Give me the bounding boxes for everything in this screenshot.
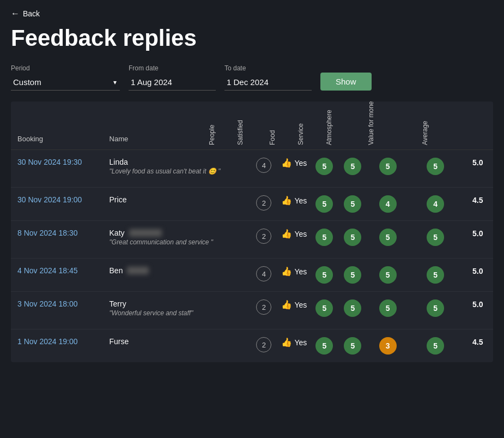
thumbs-up-icon: 👍 [281,229,292,239]
cell-satisfied: 👍Yes [278,329,310,363]
cell-booking: 30 Nov 2024 19:00 [11,188,103,221]
cell-name: Linda"Lovely food as usual can't beat it… [103,150,250,188]
satisfied-label: Yes [294,338,307,347]
score-badge: 5 [344,158,361,175]
score-badge: 4 [427,195,444,213]
people-badge: 2 [256,229,271,244]
cell-atmosphere: 5 [367,221,409,259]
page-title: Feedback replies [11,25,493,51]
cell-average: 5.0 [463,221,493,259]
filters-row: Period Custom Today This week This month… [11,64,493,91]
cell-service: 5 [338,188,367,221]
cell-people: 2 [250,292,278,329]
satisfied-yes: 👍Yes [281,158,307,168]
cell-value-for-money: 4 [409,188,463,221]
name-blur [127,267,149,274]
cell-atmosphere: 5 [367,292,409,329]
score-badge: 5 [315,195,333,213]
satisfied-yes: 👍Yes [281,299,307,310]
cell-value-for-money: 5 [409,292,463,329]
score-badge: 5 [427,229,444,246]
cell-service: 5 [338,259,367,292]
cell-people: 4 [250,259,278,292]
average-value: 5.0 [472,158,483,167]
score-badge: 5 [344,299,361,317]
cell-name: Furse [103,329,250,363]
feedback-table: Booking Name People Satisfied Food Servi… [11,101,493,362]
thumbs-up-icon: 👍 [281,195,292,206]
back-button[interactable]: ← Back [11,9,40,19]
people-badge: 4 [256,266,271,281]
average-value: 5.0 [472,267,483,275]
from-date-filter-group: From date [129,64,216,91]
score-badge: 5 [379,229,397,246]
satisfied-label: Yes [294,196,307,205]
cell-satisfied: 👍Yes [278,221,310,259]
table-row: 1 Nov 2024 19:00Furse2👍Yes55354.5 [11,329,493,363]
from-date-input[interactable] [129,74,216,91]
satisfied-label: Yes [294,159,307,167]
thumbs-up-icon: 👍 [281,299,292,310]
cell-satisfied: 👍Yes [278,259,310,292]
score-badge: 5 [427,337,444,355]
cell-satisfied: 👍Yes [278,150,310,188]
cell-service: 5 [338,150,367,188]
people-badge: 2 [256,195,271,211]
th-average: Average [463,101,493,150]
feedback-table-container: Booking Name People Satisfied Food Servi… [11,101,493,362]
table-row: 8 Nov 2024 18:30Katy"Great communication… [11,221,493,259]
table-row: 30 Nov 2024 19:00Price2👍Yes55444.5 [11,188,493,221]
table-row: 3 Nov 2024 18:00Terry"Wonderful service … [11,292,493,329]
score-badge: 5 [315,337,333,355]
cell-average: 4.5 [463,329,493,363]
cell-average: 4.5 [463,188,493,221]
period-select[interactable]: Custom Today This week This month Last m… [11,74,120,91]
cell-service: 5 [338,329,367,363]
score-badge: 5 [379,158,397,175]
back-arrow-icon: ← [11,9,20,19]
cell-service: 5 [338,221,367,259]
cell-atmosphere: 3 [367,329,409,363]
cell-satisfied: 👍Yes [278,292,310,329]
cell-food: 5 [310,221,338,259]
cell-people: 2 [250,329,278,363]
name-text: Price [110,195,127,204]
score-badge: 5 [379,299,397,317]
average-value: 5.0 [472,300,483,309]
back-label: Back [23,9,40,18]
average-value: 4.5 [472,196,483,205]
cell-value-for-money: 5 [409,329,463,363]
score-badge: 5 [344,195,361,213]
cell-food: 5 [310,259,338,292]
table-row: 4 Nov 2024 18:45Ben4👍Yes55555.0 [11,259,493,292]
cell-service: 5 [338,292,367,329]
cell-food: 5 [310,292,338,329]
to-date-filter-group: To date [224,64,312,91]
cell-average: 5.0 [463,292,493,329]
cell-average: 5.0 [463,259,493,292]
cell-name: Price [103,188,250,221]
cell-food: 5 [310,188,338,221]
th-booking: Booking [11,101,103,150]
satisfied-label: Yes [294,230,307,238]
cell-name: Katy"Great communication and service " [103,221,250,259]
cell-satisfied: 👍Yes [278,188,310,221]
satisfied-label: Yes [294,301,307,309]
score-badge: 5 [379,266,397,284]
period-filter-group: Period Custom Today This week This month… [11,64,120,91]
cell-atmosphere: 5 [367,259,409,292]
score-badge: 5 [344,337,361,355]
cell-booking: 4 Nov 2024 18:45 [11,259,103,292]
score-badge: 3 [379,337,397,355]
thumbs-up-icon: 👍 [281,266,292,277]
name-text: Linda [110,158,128,166]
cell-atmosphere: 4 [367,188,409,221]
satisfied-yes: 👍Yes [281,337,307,347]
comment-text: "Great communication and service " [110,237,244,250]
show-button[interactable]: Show [320,73,372,91]
people-badge: 4 [256,158,271,173]
average-value: 4.5 [472,338,483,346]
cell-people: 2 [250,221,278,259]
to-date-input[interactable] [224,74,312,91]
cell-booking: 1 Nov 2024 19:00 [11,329,103,363]
